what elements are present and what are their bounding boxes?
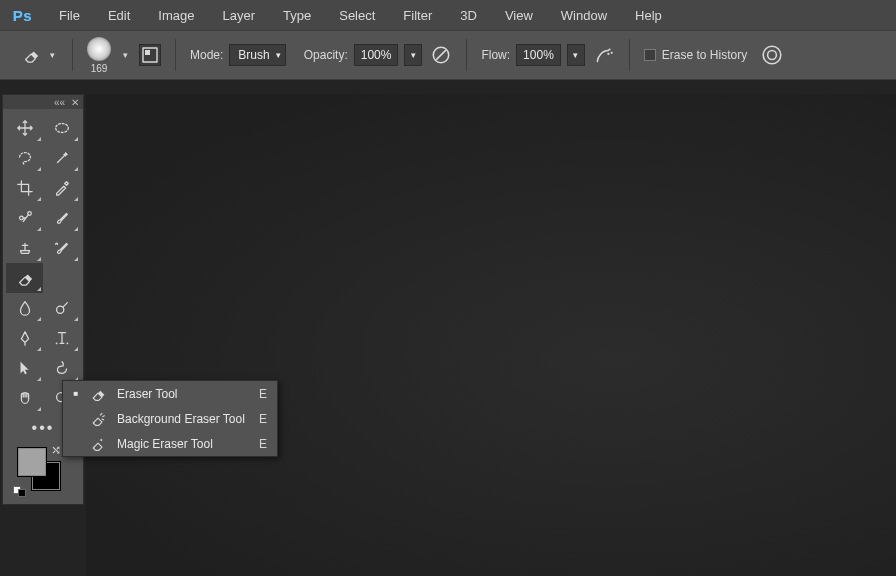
workspace: «« ✕ ••• ⤭ [0, 80, 896, 576]
flyout-item-bg-eraser[interactable]: Background Eraser Tool E [63, 406, 277, 431]
app-logo: Ps [0, 0, 45, 30]
tool-spot-heal[interactable] [6, 203, 43, 233]
active-dot-icon: ■ [73, 389, 79, 398]
tool-shape[interactable] [43, 353, 80, 383]
tool-path-select[interactable] [6, 353, 43, 383]
pressure-opacity-toggle[interactable] [430, 44, 452, 66]
tool-brush[interactable] [43, 203, 80, 233]
separator [629, 39, 630, 71]
menubar: Ps File Edit Image Layer Type Select Fil… [0, 0, 896, 30]
magic-eraser-icon [89, 435, 107, 453]
tool-type[interactable] [43, 323, 80, 353]
tool-eyedropper[interactable] [43, 173, 80, 203]
tool-hand[interactable] [6, 383, 43, 413]
tool-dodge[interactable] [43, 293, 80, 323]
pressure-size-toggle[interactable] [761, 44, 783, 66]
chevron-down-icon: ▾ [276, 50, 281, 60]
separator [72, 39, 73, 71]
tool-move[interactable] [6, 113, 43, 143]
opacity-label: Opacity: [304, 48, 348, 62]
eraser-icon [89, 385, 107, 403]
menu-window[interactable]: Window [547, 0, 621, 30]
svg-point-3 [608, 48, 610, 50]
canvas-area[interactable] [86, 94, 896, 576]
tool-crop[interactable] [6, 173, 43, 203]
menu-select[interactable]: Select [325, 0, 389, 30]
panel-header[interactable]: «« ✕ [3, 95, 83, 109]
menu-view[interactable]: View [491, 0, 547, 30]
tool-magic-wand[interactable] [43, 143, 80, 173]
opacity-dropdown[interactable]: ▾ [404, 44, 422, 66]
collapse-icon[interactable]: «« [54, 97, 65, 108]
brush-preset-picker[interactable]: 169 [87, 37, 111, 74]
flow-dropdown[interactable]: ▾ [567, 44, 585, 66]
mode-select[interactable]: Brush ▾ [229, 44, 285, 66]
chevron-down-icon: ▾ [46, 47, 58, 63]
chevron-down-icon[interactable]: ▾ [119, 47, 131, 63]
tool-marquee[interactable] [43, 113, 80, 143]
tool-eraser[interactable] [6, 263, 43, 293]
menu-file[interactable]: File [45, 0, 94, 30]
svg-point-4 [610, 52, 612, 54]
svg-point-8 [55, 124, 68, 133]
brush-preview-icon [87, 37, 111, 61]
erase-history-checkbox[interactable] [644, 49, 656, 61]
flow-label: Flow: [481, 48, 510, 62]
foreground-swatch[interactable] [17, 447, 47, 477]
flyout-shortcut: E [259, 412, 267, 426]
opacity-value[interactable]: 100% [354, 44, 399, 66]
flyout-shortcut: E [259, 437, 267, 451]
svg-rect-1 [145, 50, 150, 55]
tool-pen[interactable] [6, 323, 43, 353]
brush-panel-toggle[interactable] [139, 44, 161, 66]
airbrush-toggle[interactable] [593, 44, 615, 66]
eraser-icon [22, 46, 40, 64]
tool-history-brush[interactable] [43, 233, 80, 263]
tool-lasso[interactable] [6, 143, 43, 173]
menu-type[interactable]: Type [269, 0, 325, 30]
flyout-label: Magic Eraser Tool [117, 437, 249, 451]
menu-filter[interactable]: Filter [389, 0, 446, 30]
menu-help[interactable]: Help [621, 0, 676, 30]
menu-layer[interactable]: Layer [209, 0, 270, 30]
flyout-label: Eraser Tool [117, 387, 249, 401]
flyout-item-eraser[interactable]: ■ Eraser Tool E [63, 381, 277, 406]
mode-label: Mode: [190, 48, 223, 62]
flyout-item-magic-eraser[interactable]: Magic Eraser Tool E [63, 431, 277, 456]
svg-point-7 [768, 51, 777, 60]
tool-blur[interactable] [6, 293, 43, 323]
svg-point-10 [27, 212, 31, 216]
svg-point-5 [607, 53, 609, 55]
eraser-flyout: ■ Eraser Tool E Background Eraser Tool E… [62, 380, 278, 457]
flow-value[interactable]: 100% [516, 44, 561, 66]
flyout-label: Background Eraser Tool [117, 412, 249, 426]
erase-history-label: Erase to History [662, 48, 747, 62]
bg-eraser-icon [89, 410, 107, 428]
svg-point-13 [66, 343, 68, 345]
options-bar: ▾ 169 ▾ Mode: Brush ▾ Opacity: 100% ▾ Fl… [0, 30, 896, 80]
flyout-shortcut: E [259, 387, 267, 401]
default-colors-icon[interactable] [13, 486, 27, 500]
menu-3d[interactable]: 3D [446, 0, 491, 30]
separator [466, 39, 467, 71]
erase-to-history[interactable]: Erase to History [644, 48, 747, 62]
menu-edit[interactable]: Edit [94, 0, 144, 30]
svg-point-12 [55, 343, 57, 345]
mode-value: Brush [238, 48, 269, 62]
menu-image[interactable]: Image [144, 0, 208, 30]
separator [175, 39, 176, 71]
tool-preset-picker[interactable]: ▾ [22, 46, 58, 64]
close-icon[interactable]: ✕ [71, 97, 79, 108]
svg-point-6 [763, 46, 781, 64]
swap-colors-icon[interactable]: ⤭ [51, 443, 61, 457]
brush-size-label: 169 [91, 63, 108, 74]
tool-clone-stamp[interactable] [6, 233, 43, 263]
